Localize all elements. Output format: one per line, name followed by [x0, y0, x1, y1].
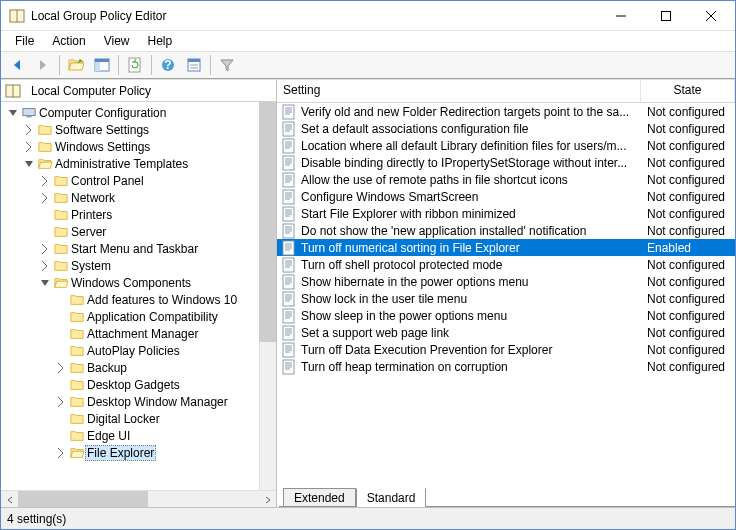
- expand-icon[interactable]: [21, 139, 37, 155]
- settings-row[interactable]: Set a support web page link Not configur…: [277, 324, 735, 341]
- settings-row[interactable]: Configure Windows SmartScreen Not config…: [277, 188, 735, 205]
- scroll-left-icon[interactable]: [1, 491, 18, 507]
- expand-icon[interactable]: [37, 258, 53, 274]
- expand-icon[interactable]: [53, 394, 69, 410]
- tree-item[interactable]: Computer Configuration: [37, 106, 168, 120]
- setting-state: Not configured: [647, 275, 735, 289]
- tree-item[interactable]: Server: [69, 225, 108, 239]
- settings-row[interactable]: Allow the use of remote paths in file sh…: [277, 171, 735, 188]
- expand-icon[interactable]: [21, 122, 37, 138]
- tree-item[interactable]: Desktop Window Manager: [85, 395, 230, 409]
- tree-item[interactable]: Software Settings: [53, 123, 151, 137]
- minimize-button[interactable]: [598, 1, 643, 30]
- toolbar-separator: [59, 55, 60, 75]
- setting-state: Not configured: [647, 190, 735, 204]
- settings-row[interactable]: Turn off shell protocol protected mode N…: [277, 256, 735, 273]
- settings-row[interactable]: Start File Explorer with ribbon minimize…: [277, 205, 735, 222]
- close-button[interactable]: [688, 1, 733, 30]
- expand-icon[interactable]: [53, 445, 69, 461]
- column-state[interactable]: State: [641, 80, 735, 102]
- expand-icon[interactable]: [37, 241, 53, 257]
- settings-row[interactable]: Disable binding directly to IPropertySet…: [277, 154, 735, 171]
- settings-row[interactable]: Turn off numerical sorting in File Explo…: [277, 239, 735, 256]
- menu-action[interactable]: Action: [44, 32, 93, 50]
- menu-file[interactable]: File: [7, 32, 42, 50]
- setting-state: Enabled: [647, 241, 735, 255]
- settings-list[interactable]: Verify old and new Folder Redirection ta…: [277, 103, 735, 485]
- scroll-right-icon[interactable]: [259, 491, 276, 507]
- folder-open-icon: [69, 446, 85, 460]
- settings-row[interactable]: Do not show the 'new application install…: [277, 222, 735, 239]
- settings-row[interactable]: Turn off Data Execution Prevention for E…: [277, 341, 735, 358]
- settings-row[interactable]: Location where all default Library defin…: [277, 137, 735, 154]
- tree-item[interactable]: System: [69, 259, 113, 273]
- settings-row[interactable]: Show lock in the user tile menu Not conf…: [277, 290, 735, 307]
- toolbar-separator: [118, 55, 119, 75]
- menu-help[interactable]: Help: [140, 32, 181, 50]
- collapse-icon[interactable]: [37, 275, 53, 291]
- settings-row[interactable]: Verify old and new Folder Redirection ta…: [277, 103, 735, 120]
- settings-row[interactable]: Show hibernate in the power options menu…: [277, 273, 735, 290]
- toolbar-separator: [210, 55, 211, 75]
- tree-item-selected[interactable]: File Explorer: [85, 445, 156, 461]
- tree-header: Local Computer Policy: [1, 80, 276, 102]
- tree-item[interactable]: Edge UI: [85, 429, 132, 443]
- setting-icon: [281, 257, 297, 273]
- tree-item[interactable]: AutoPlay Policies: [85, 344, 182, 358]
- column-setting[interactable]: Setting: [277, 80, 641, 102]
- menu-view[interactable]: View: [96, 32, 138, 50]
- tree-item[interactable]: Windows Settings: [53, 140, 152, 154]
- folder-open-icon: [37, 157, 53, 171]
- tree-header-label: Local Computer Policy: [31, 84, 151, 98]
- setting-name: Show sleep in the power options menu: [301, 309, 647, 323]
- tree-item[interactable]: Application Compatibility: [85, 310, 220, 324]
- maximize-button[interactable]: [643, 1, 688, 30]
- tree-vscrollbar[interactable]: [259, 102, 276, 490]
- folder-icon: [69, 310, 85, 324]
- tree[interactable]: Computer Configuration Software Settings…: [1, 102, 276, 490]
- tree-item[interactable]: Printers: [69, 208, 114, 222]
- setting-state: Not configured: [647, 258, 735, 272]
- properties-button[interactable]: [182, 53, 206, 77]
- setting-name: Disable binding directly to IPropertySet…: [301, 156, 647, 170]
- tree-item[interactable]: Add features to Windows 10: [85, 293, 239, 307]
- tree-item[interactable]: Attachment Manager: [85, 327, 200, 341]
- settings-row[interactable]: Set a default associations configuration…: [277, 120, 735, 137]
- tab-extended[interactable]: Extended: [283, 488, 356, 507]
- up-button[interactable]: [64, 53, 88, 77]
- tree-item[interactable]: Desktop Gadgets: [85, 378, 182, 392]
- tree-pane: Local Computer Policy Computer Configura…: [1, 80, 277, 507]
- collapse-icon[interactable]: [21, 156, 37, 172]
- expand-icon[interactable]: [53, 360, 69, 376]
- setting-state: Not configured: [647, 173, 735, 187]
- settings-row[interactable]: Show sleep in the power options menu Not…: [277, 307, 735, 324]
- help-button[interactable]: ?: [156, 53, 180, 77]
- statusbar: 4 setting(s): [1, 507, 735, 529]
- tree-item[interactable]: Digital Locker: [85, 412, 162, 426]
- scroll-thumb[interactable]: [259, 102, 276, 342]
- tree-item[interactable]: Administrative Templates: [53, 157, 190, 171]
- scroll-thumb[interactable]: [18, 491, 148, 507]
- back-button[interactable]: [5, 53, 29, 77]
- filter-button[interactable]: [215, 53, 239, 77]
- tree-hscrollbar[interactable]: [1, 490, 276, 507]
- tree-item[interactable]: Backup: [85, 361, 129, 375]
- tree-item[interactable]: Start Menu and Taskbar: [69, 242, 200, 256]
- tree-item[interactable]: Network: [69, 191, 117, 205]
- tab-standard[interactable]: Standard: [356, 488, 427, 507]
- refresh-button[interactable]: [123, 53, 147, 77]
- folder-icon: [37, 123, 53, 137]
- expand-icon[interactable]: [5, 105, 21, 121]
- setting-icon: [281, 223, 297, 239]
- tree-item[interactable]: Windows Components: [69, 276, 193, 290]
- expand-icon[interactable]: [37, 190, 53, 206]
- folder-icon: [37, 140, 53, 154]
- setting-state: Not configured: [647, 224, 735, 238]
- forward-button[interactable]: [31, 53, 55, 77]
- svg-text:?: ?: [164, 58, 171, 72]
- setting-name: Turn off numerical sorting in File Explo…: [301, 241, 647, 255]
- show-hide-tree-button[interactable]: [90, 53, 114, 77]
- settings-row[interactable]: Turn off heap termination on corruption …: [277, 358, 735, 375]
- expand-icon[interactable]: [37, 173, 53, 189]
- tree-item[interactable]: Control Panel: [69, 174, 146, 188]
